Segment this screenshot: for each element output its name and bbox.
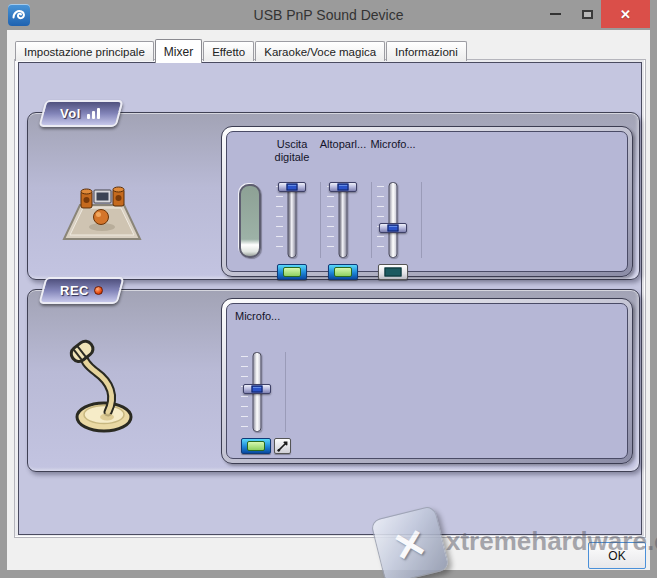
channel-label-uscita-digitale: Uscita digitale: [265, 138, 319, 164]
slider-rail: [285, 352, 286, 432]
mute-button-uscita-digitale[interactable]: [277, 264, 307, 280]
slider-microfono-play[interactable]: [376, 182, 410, 258]
playback-panel: Uscita digitale Altoparl... Microfo...: [226, 131, 628, 272]
mixer-tab-page: Vol: [18, 62, 642, 535]
slider-altoparlanti[interactable]: [326, 182, 360, 258]
app-window: USB PnP Sound Device ✕ Impostazione prin…: [0, 0, 657, 578]
vu-meter: [239, 184, 261, 258]
tab-effetto[interactable]: Effetto: [203, 41, 254, 61]
vol-badge: Vol: [38, 100, 123, 127]
slider-thumb-microfono-rec[interactable]: [243, 384, 271, 394]
tab-informazioni[interactable]: Informazioni: [386, 41, 467, 61]
minimize-button[interactable]: [540, 0, 570, 28]
playback-volume-group: Vol: [27, 112, 640, 280]
slider-ticks: [327, 186, 334, 254]
slider-rail: [320, 182, 321, 258]
mic-settings-button[interactable]: [274, 438, 291, 454]
dialog-body: Impostazione principale Mixer Effetto Ka…: [7, 30, 650, 570]
close-button[interactable]: ✕: [601, 0, 650, 28]
ok-button[interactable]: OK: [588, 542, 646, 569]
channel-label-microfono: Microfo...: [367, 138, 419, 151]
microphone-illustration: [60, 338, 146, 436]
slider-ticks: [377, 186, 384, 254]
record-dot-icon: [94, 286, 103, 295]
slider-ticks: [276, 186, 283, 254]
slider-uscita-digitale[interactable]: [275, 182, 309, 258]
wrench-icon: [277, 441, 288, 452]
maximize-button[interactable]: [572, 0, 602, 28]
channel-label-altoparlanti: Altoparl...: [317, 138, 369, 151]
desktop-speakers-illustration: [56, 155, 148, 249]
titlebar: USB PnP Sound Device ✕: [0, 0, 657, 30]
slider-thumb-altoparlanti[interactable]: [329, 182, 357, 192]
tab-karaoke-voce-magica[interactable]: Karaoke/Voce magica: [255, 41, 385, 61]
tab-frame: Vol: [14, 59, 646, 538]
record-panel: Microfo...: [226, 303, 628, 459]
minimize-icon: [550, 13, 561, 15]
slider-rail: [371, 182, 372, 258]
tab-strip: Impostazione principale Mixer Effetto Ka…: [15, 39, 468, 61]
slider-track[interactable]: [339, 182, 348, 258]
playback-panel-frame: Uscita digitale Altoparl... Microfo...: [221, 126, 633, 277]
volume-bars-icon: [86, 107, 102, 120]
mute-button-microfono-play[interactable]: [378, 264, 408, 280]
tab-impostazione-principale[interactable]: Impostazione principale: [15, 41, 154, 61]
rec-badge: REC: [38, 277, 124, 304]
record-panel-frame: Microfo...: [221, 298, 633, 464]
slider-track[interactable]: [288, 182, 297, 258]
slider-microfono-rec[interactable]: [240, 352, 274, 432]
vol-badge-label: Vol: [60, 106, 81, 121]
maximize-icon: [582, 10, 593, 19]
mute-button-microfono-rec[interactable]: [241, 438, 271, 454]
slider-thumb-uscita-digitale[interactable]: [278, 182, 306, 192]
slider-thumb-microfono-play[interactable]: [379, 223, 407, 233]
slider-track[interactable]: [389, 182, 398, 258]
tab-mixer[interactable]: Mixer: [155, 39, 202, 63]
rec-badge-label: REC: [60, 283, 89, 298]
mute-button-altoparlanti[interactable]: [328, 264, 358, 280]
channel-label-microfono-rec: Microfo...: [235, 310, 280, 323]
slider-rail: [421, 182, 422, 258]
record-group: REC: [27, 289, 640, 472]
